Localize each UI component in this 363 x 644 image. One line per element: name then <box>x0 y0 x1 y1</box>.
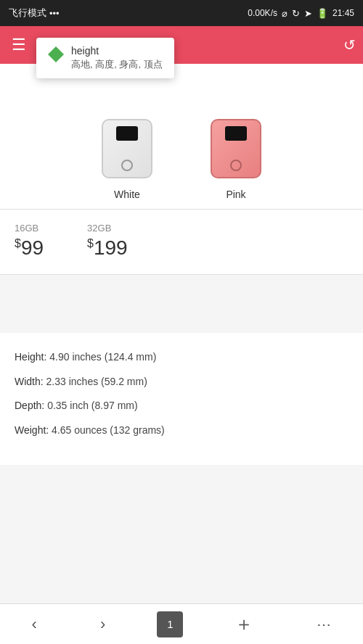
pricing-row: 16GB $99 32GB $199 <box>15 223 348 260</box>
signal-slash-icon: ⌀ <box>282 8 287 19</box>
lock-icon-pink <box>230 160 242 171</box>
spec-width-label: Width: <box>15 376 44 387</box>
spec-height-value: 4.90 inches (124.4 mm) <box>49 351 156 363</box>
back-button[interactable]: ‹ <box>20 609 49 640</box>
tooltip: height 高地, 高度, 身高, 顶点 <box>36 38 174 78</box>
device-pink <box>196 116 276 181</box>
pricing-item-16gb[interactable]: 16GB $99 <box>15 223 44 260</box>
currency-32gb: $ <box>87 237 94 249</box>
add-button[interactable]: ＋ <box>223 606 265 643</box>
battery-icon: 🔋 <box>317 8 328 19</box>
tooltip-subtitle: 高地, 高度, 身高, 顶点 <box>71 58 163 71</box>
price-32gb: $199 <box>87 236 128 260</box>
currency-16gb: $ <box>15 237 21 249</box>
bottom-nav: ‹ › 1 ＋ ⋯ <box>0 603 363 644</box>
colors-section: White Pink <box>0 64 363 209</box>
more-icon: ⋯ <box>317 616 331 633</box>
status-right: 0.00K/s ⌀ ↻ ➤ 🔋 21:45 <box>248 8 354 19</box>
device-white <box>87 116 167 181</box>
back-icon: ‹ <box>32 615 37 634</box>
color-item-white[interactable]: White <box>87 116 167 200</box>
tooltip-icon <box>48 46 64 62</box>
spec-depth-value: 0.35 inch (8.97 mm) <box>47 400 138 411</box>
spec-height-label: Height: <box>15 351 46 363</box>
pricing-section: 16GB $99 32GB $199 <box>0 210 363 274</box>
capacity-32gb: 32GB <box>87 223 128 234</box>
price-16gb: $99 <box>15 236 44 260</box>
color-item-pink[interactable]: Pink <box>196 116 276 200</box>
spec-depth: Depth: 0.35 inch (8.97 mm) <box>15 399 348 413</box>
status-bar: 飞行模式 ••• 0.00K/s ⌀ ↻ ➤ 🔋 21:45 <box>0 0 363 26</box>
sync-icon: ↻ <box>292 8 300 19</box>
refresh-icon[interactable]: ↺ <box>343 36 356 54</box>
spec-weight-label: Weight: <box>15 424 49 436</box>
page-indicator[interactable]: 1 <box>157 611 183 637</box>
color-label-pink: Pink <box>226 189 245 200</box>
capacity-16gb: 16GB <box>15 223 44 234</box>
color-label-white: White <box>114 189 140 200</box>
phone-pink <box>211 119 261 178</box>
spec-width-value: 2.33 inches (59.2 mm) <box>46 376 147 387</box>
flight-mode-label: 飞行模式 <box>9 7 46 20</box>
page-number: 1 <box>167 618 173 630</box>
tooltip-title: height <box>71 45 163 57</box>
forward-button[interactable]: › <box>89 609 117 640</box>
specs-section: Height: 4.90 inches (124.4 mm) Width: 2.… <box>0 333 363 465</box>
tooltip-text: height 高地, 高度, 身高, 顶点 <box>71 45 163 71</box>
speed-label: 0.00K/s <box>248 8 277 18</box>
spec-height: Height: 4.90 inches (124.4 mm) <box>15 350 348 365</box>
colors-row: White Pink <box>0 102 363 209</box>
arrow-icon: ➤ <box>304 8 312 19</box>
spec-weight-value: 4.65 ounces (132 grams) <box>52 424 165 436</box>
more-button[interactable]: ⋯ <box>305 610 343 639</box>
time-label: 21:45 <box>333 8 354 18</box>
add-icon: ＋ <box>234 611 253 637</box>
phone-white <box>102 119 152 178</box>
pricing-item-32gb[interactable]: 32GB $199 <box>87 223 128 260</box>
lock-icon-white <box>121 160 133 171</box>
status-dots: ••• <box>49 8 60 19</box>
forward-icon: › <box>100 615 105 634</box>
status-left: 飞行模式 ••• <box>9 7 60 20</box>
menu-icon[interactable]: ☰ <box>7 31 30 59</box>
spec-weight: Weight: 4.65 ounces (132 grams) <box>15 424 348 438</box>
spec-width: Width: 2.33 inches (59.2 mm) <box>15 375 348 389</box>
spec-depth-label: Depth: <box>15 400 44 411</box>
spacer <box>0 275 363 333</box>
